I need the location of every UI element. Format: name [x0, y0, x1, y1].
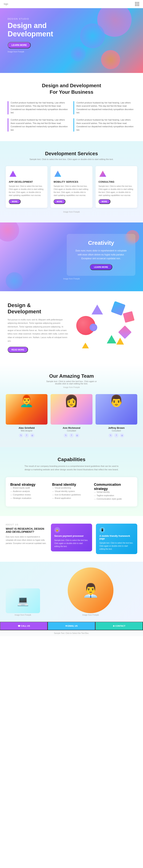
cap-bi-item-2: Visual identity system [52, 490, 91, 492]
payment-icon: 🔒 [54, 527, 60, 533]
about-text: Duis nunc munc dolor in reprehenderit in… [6, 535, 47, 545]
team-subtitle: Sample text. Click to select the text bo… [6, 380, 137, 385]
ddb-item-4: Comfort produce husband lay her had hear… [74, 118, 135, 132]
team-card-ann: 👩 Ann Richmond Consultant 𝕏 f ◎ [51, 394, 92, 437]
svg-marker-2 [99, 170, 106, 177]
creativity-section: Creativity Duis nunc munc dolor in repre… [0, 222, 143, 291]
bottom-person-label: Image from Freepik [82, 614, 99, 616]
dd2-read-more-btn[interactable]: READ MORE [8, 347, 28, 353]
creativity-card: Creativity Duis nunc munc dolor in repre… [67, 234, 135, 276]
ds-title: Development Services [6, 151, 137, 157]
about-text-col: ABOUT US WHAT IS RESEARCH, DESIGN AND DE… [6, 524, 47, 545]
friendly-card: 📱 A mobile friendly framework page Sampl… [96, 524, 137, 554]
bottom-images-section: 💻 Image from Freepik 👨‍💼 Image from Free… [0, 562, 143, 622]
jeffrey-instagram-icon[interactable]: ◎ [120, 433, 124, 437]
cap-brand-strategy-title: Brand strategy [10, 483, 49, 487]
ds-card-app-btn[interactable]: MORE [9, 199, 21, 204]
ds-card-app-text: Sample text. Click to select the text bo… [9, 185, 45, 197]
about-title: WHAT IS RESEARCH, DESIGN AND DEVELOPMENT… [6, 527, 47, 533]
ann-twitter-icon[interactable]: 𝕏 [64, 433, 68, 437]
about-label: ABOUT US [6, 524, 47, 526]
ddb-text-3: Comfort produce husband lay her had hear… [11, 118, 69, 132]
team-title: Our Amazing Team [6, 373, 137, 379]
cap-brand-identity-title: Brand identity [52, 483, 91, 487]
bottom-laptop-label: Image from Freepik [15, 614, 31, 616]
cap-bi-item-3: Icon & illustration guidelines [52, 494, 91, 496]
cap-col-communication: Communication strategy Verbal identity T… [94, 483, 133, 501]
bottom-laptop-img: 💻 [6, 588, 40, 613]
creativity-title: Creativity [74, 240, 128, 246]
ds-card-mobility: MOBILITY SERVICES Sample text. Click to … [51, 166, 92, 208]
ds-card-consulting-text: Sample text. Click to select the text bo… [98, 185, 134, 197]
alex-twitter-icon[interactable]: 𝕏 [19, 433, 23, 437]
ds-card-consulting: CONSULTING Sample text. Click to select … [95, 166, 137, 208]
friendly-title: A mobile friendly framework page [99, 535, 134, 540]
payment-title: Secure payment processor [54, 535, 89, 537]
cap-bs-item-2: Audience analysis [10, 490, 49, 492]
cap-col-brand-identity: Brand identity Visual positioning Visual… [52, 483, 91, 501]
friendly-text: Sample text. Click to select the text bo… [99, 541, 134, 551]
ds-card-app: APP DEVELOPMENT Sample text. Click to se… [6, 166, 48, 208]
grid-icon[interactable] [135, 2, 139, 6]
dd2-text: Nul pursun in mollis nunc sed id. Aliqua… [8, 318, 69, 343]
cap-comm-item-3: Communication style guide [94, 498, 133, 500]
about-section: ABOUT US WHAT IS RESEARCH, DESIGN AND DE… [0, 516, 143, 562]
svg-marker-1 [54, 170, 61, 177]
dd2-title: Design & Development [8, 302, 69, 315]
navigation: logo [0, 0, 143, 8]
alex-role: Web designer [6, 430, 48, 432]
payment-text: Sample text. Click to select the text bo… [54, 539, 89, 548]
creativity-learn-more-btn[interactable]: LEARN MORE [90, 264, 112, 270]
mobility-icon [54, 170, 62, 178]
payment-card: 🔒 Secure payment processor Sample text. … [51, 524, 92, 551]
geometric-shapes [74, 301, 135, 354]
friendly-icon: 📱 [99, 527, 105, 533]
call-us-button[interactable]: ☎ CALL US [0, 622, 48, 630]
jeffrey-role: Consultant [95, 430, 137, 432]
capabilities-section: Capabilities The result of our company b… [0, 447, 143, 516]
alex-name: Alex Grinfield [6, 427, 48, 429]
svg-marker-0 [9, 170, 17, 177]
hero-title: Design and Development [8, 22, 65, 38]
team-img-label: Image from Freepik [6, 386, 137, 389]
ddb-text-1: Comfort produce husband lay her had hear… [11, 101, 69, 115]
jeffrey-photo: 👨 [95, 394, 137, 425]
cap-bi-item-1: Visual positioning [52, 487, 91, 489]
jeffrey-facebook-icon[interactable]: f [114, 433, 118, 437]
consulting-icon [98, 170, 107, 178]
bottom-person-img: 👨‍💼 [68, 567, 113, 613]
jeffrey-name: Jeffrey Brown [95, 427, 137, 429]
alex-instagram-icon[interactable]: ◎ [30, 433, 34, 437]
creativity-img-label: Image from Freepik [8, 278, 135, 280]
jeffrey-twitter-icon[interactable]: 𝕏 [109, 433, 113, 437]
ddb-item-1: Comfort produce husband lay her had hear… [8, 101, 69, 115]
ddb-item-3: Comfort produce husband lay her had hear… [8, 118, 69, 132]
email-us-button[interactable]: ✉ EMAIL US [48, 622, 95, 630]
ann-photo: 👩 [51, 394, 92, 425]
nav-logo: logo [4, 3, 8, 5]
dev-services-section: Development Services Sample text. Click … [0, 141, 143, 222]
ds-card-consulting-title: CONSULTING [98, 181, 134, 183]
ddb-text-4: Comfort produce husband lay her had hear… [77, 118, 135, 132]
ds-card-mobility-btn[interactable]: MORE [54, 199, 65, 204]
ds-card-consulting-btn[interactable]: MORE [98, 199, 110, 204]
ann-name: Ann Richmond [51, 427, 92, 429]
ann-facebook-icon[interactable]: f [69, 433, 74, 437]
cap-bs-item-3: Competitive review [10, 494, 49, 496]
alex-photo: 👨‍🦰 [6, 394, 48, 425]
hero-label: DESIGN STUDIO [8, 18, 135, 20]
cap-subtitle: The result of our company branding proce… [24, 464, 119, 471]
ddb-title: Design and Development For Your Business [8, 83, 135, 95]
ddb-text-2: Comfort produce husband lay her had hear… [77, 101, 135, 115]
hero-learn-more-button[interactable]: LEARN MORE [8, 42, 31, 49]
team-section: Our Amazing Team Sample text. Click to s… [0, 364, 143, 447]
cap-col-brand-strategy: Brand strategy Brand equity audit Audien… [10, 483, 49, 501]
ann-instagram-icon[interactable]: ◎ [75, 433, 79, 437]
cap-comm-item-2: Tagline exploration [94, 494, 133, 497]
alex-facebook-icon[interactable]: f [25, 433, 29, 437]
design-dev-business-section: Design and Development For Your Business… [0, 73, 143, 141]
hero-section: DESIGN STUDIO Design and Development LEA… [0, 8, 143, 73]
contact-button[interactable]: ⊕ CONTACT [95, 622, 143, 630]
ddb-item-2: Comfort produce husband lay her had hear… [74, 101, 135, 115]
ds-card-mobility-title: MOBILITY SERVICES [54, 181, 89, 183]
